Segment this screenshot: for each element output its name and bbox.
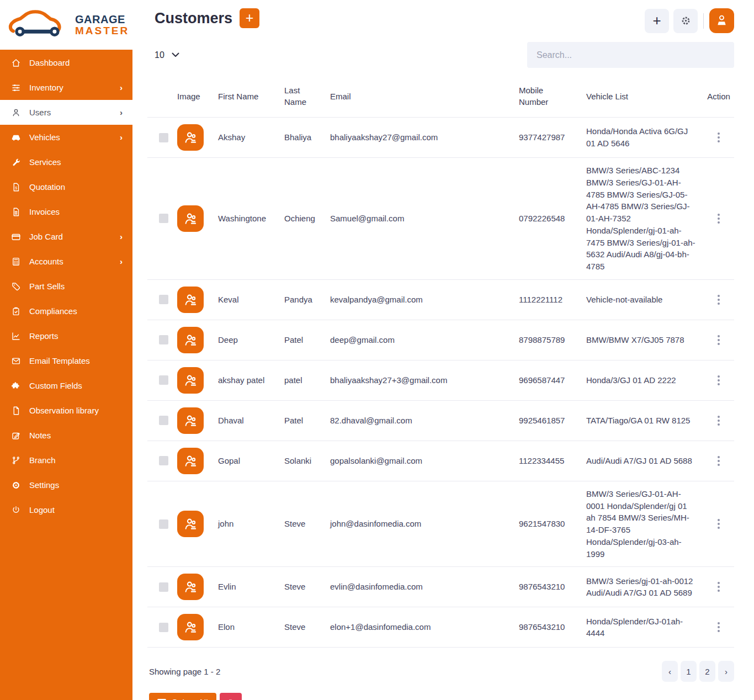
branch-icon <box>11 455 21 465</box>
customer-avatar <box>177 124 204 151</box>
sidebar-item-branch[interactable]: Branch › <box>0 448 132 473</box>
sidebar-item-settings[interactable]: Settings › <box>0 473 132 497</box>
page-button-1[interactable]: 1 <box>681 661 697 682</box>
sidebar-item-reports[interactable]: Reports › <box>0 324 132 348</box>
cell-vehicle-list: Honda/Honda Activa 6G/GJ 01 AD 5646 <box>583 125 703 150</box>
cell-email: 82.dhaval@gmail.com <box>330 415 516 427</box>
row-checkbox[interactable] <box>159 375 168 385</box>
table-controls: 10 <box>147 42 734 68</box>
page-size-select[interactable]: 10 <box>155 50 179 60</box>
customer-avatar <box>177 614 204 640</box>
row-actions-menu[interactable] <box>715 211 722 226</box>
row-checkbox[interactable] <box>159 214 168 223</box>
sidebar-item-label: Observation library <box>29 406 99 415</box>
row-actions-menu[interactable] <box>715 620 722 634</box>
sidebar-item-vehicles[interactable]: Vehicles › <box>0 125 132 150</box>
page-title: Customers <box>155 10 232 27</box>
table-row: Gopal Solanki gopalsolanki@gmail.com 112… <box>147 441 734 481</box>
cell-last-name: Patel <box>284 334 330 346</box>
mechanic-icon <box>183 332 198 348</box>
row-checkbox[interactable] <box>159 295 168 304</box>
row-checkbox[interactable] <box>159 519 168 529</box>
row-checkbox[interactable] <box>159 416 168 425</box>
settings-button[interactable] <box>673 9 698 33</box>
row-actions-menu[interactable] <box>715 130 722 145</box>
cell-mobile-number: 9621547830 <box>516 518 583 530</box>
row-actions-menu[interactable] <box>715 454 722 468</box>
envelope-icon <box>11 356 21 366</box>
row-checkbox[interactable] <box>159 456 168 465</box>
tag-icon <box>11 282 21 291</box>
page-button-2[interactable]: 2 <box>699 661 715 682</box>
row-actions-menu[interactable] <box>715 413 722 428</box>
search-input[interactable] <box>527 42 734 68</box>
table-row: Keval Pandya kevalpandya@gmail.com 11122… <box>147 280 734 320</box>
chart-line-icon <box>11 331 21 341</box>
cell-vehicle-list: Vehicle-not-available <box>583 294 703 306</box>
home-icon <box>11 58 21 68</box>
gear-icon <box>11 480 21 490</box>
delete-selected-button[interactable] <box>220 693 242 700</box>
row-actions-menu[interactable] <box>715 373 722 388</box>
cell-email: kevalpandya@gmail.com <box>330 294 516 306</box>
cell-last-name: Pandya <box>284 294 330 306</box>
cell-email: elon+1@dasinfomedia.com <box>330 621 516 633</box>
next-page-button[interactable]: › <box>718 661 734 682</box>
row-checkbox[interactable] <box>159 623 168 632</box>
sidebar-item-quotation[interactable]: $ Quotation › <box>0 174 132 199</box>
mechanic-icon <box>183 453 198 469</box>
row-actions-menu[interactable] <box>715 580 722 594</box>
cell-last-name: Ochieng <box>284 213 330 225</box>
quick-add-button[interactable]: + <box>645 9 669 33</box>
customer-avatar <box>177 448 204 474</box>
sidebar-item-email-templates[interactable]: Email Templates › <box>0 348 132 373</box>
sidebar-item-users[interactable]: Users › <box>0 100 132 125</box>
cell-email: evlin@dasinfomedia.com <box>330 581 516 593</box>
brand-logo: GARAGE MASTER <box>0 0 132 50</box>
customer-avatar <box>177 205 204 232</box>
file-dollar-icon: $ <box>11 182 21 192</box>
column-header-action: Action <box>703 91 734 102</box>
sidebar-item-logout[interactable]: Logout › <box>0 497 132 522</box>
sidebar-item-label: Custom Fields <box>29 381 82 390</box>
mechanic-icon <box>183 413 198 428</box>
mechanic-icon <box>183 516 198 532</box>
prev-page-button[interactable]: ‹ <box>662 661 678 682</box>
garage-master-logo-icon <box>6 8 73 42</box>
row-checkbox[interactable] <box>159 582 168 592</box>
sidebar-item-compliances[interactable]: Compliances › <box>0 299 132 324</box>
mechanic-icon <box>183 211 198 226</box>
row-actions-menu[interactable] <box>715 517 722 531</box>
row-checkbox[interactable] <box>159 335 168 344</box>
top-actions: + <box>645 8 734 33</box>
sidebar-item-services[interactable]: Services › <box>0 150 132 174</box>
app-root: GARAGE MASTER Dashboard › Inventory › Us… <box>0 0 754 700</box>
cell-last-name: Steve <box>284 621 330 633</box>
cell-mobile-number: 9696587447 <box>516 374 583 386</box>
sidebar-item-notes[interactable]: Notes › <box>0 423 132 448</box>
sidebar-item-accounts[interactable]: Accounts › <box>0 249 132 274</box>
mechanic-icon <box>183 373 198 388</box>
cell-first-name: Dhaval <box>218 415 284 427</box>
sidebar-item-custom-fields[interactable]: Custom Fields › <box>0 373 132 398</box>
cell-first-name: john <box>218 518 284 530</box>
sidebar-item-observation-library[interactable]: Observation library › <box>0 398 132 423</box>
sidebar-item-label: Services <box>29 157 61 167</box>
add-customer-button[interactable]: + <box>240 8 259 28</box>
sidebar-item-invoices[interactable]: Invoices › <box>0 199 132 224</box>
column-header-image: Image <box>177 91 218 102</box>
sidebar-item-dashboard[interactable]: Dashboard › <box>0 50 132 75</box>
select-all-button[interactable]: Select All <box>149 693 216 700</box>
cell-mobile-number: 0792226548 <box>516 213 583 225</box>
sidebar-item-job-card[interactable]: Job Card › <box>0 224 132 249</box>
sidebar-item-inventory[interactable]: Inventory › <box>0 75 132 100</box>
column-header-last-name: Last Name <box>284 84 310 108</box>
row-actions-menu[interactable] <box>715 293 722 307</box>
row-actions-menu[interactable] <box>715 333 722 347</box>
mechanic-icon <box>183 619 198 635</box>
user-icon <box>11 108 21 118</box>
profile-button[interactable] <box>709 8 734 33</box>
sidebar-item-part-sells[interactable]: Part Sells › <box>0 274 132 299</box>
table-row: Evlin Steve evlin@dasinfomedia.com 98765… <box>147 567 734 607</box>
row-checkbox[interactable] <box>159 133 168 142</box>
